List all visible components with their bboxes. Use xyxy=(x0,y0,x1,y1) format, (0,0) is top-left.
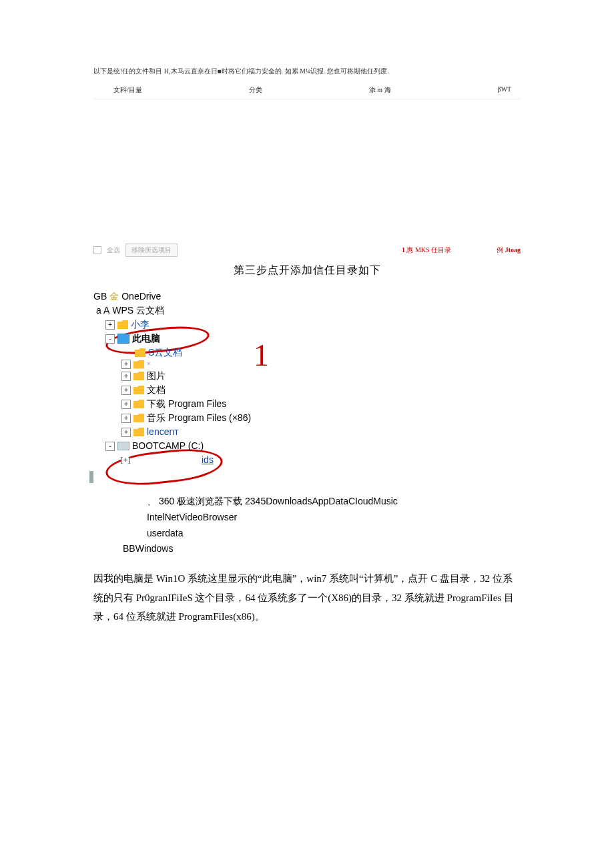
collapse-icon[interactable]: - xyxy=(105,334,115,344)
node-pictures: 图片 xyxy=(147,369,166,383)
cloud-icon: 金 xyxy=(109,290,119,304)
jtoag-link[interactable]: 例 Jtoag xyxy=(497,246,521,255)
node-ids: ids xyxy=(202,453,214,467)
link1-text: 惠 MKS 任目录 xyxy=(406,246,451,254)
link2-prefix: 例 xyxy=(497,246,503,254)
expand-icon[interactable]: + xyxy=(121,386,131,395)
node-this-pc: 此电脑 xyxy=(132,332,160,346)
select-all-label: 全选 xyxy=(107,246,120,255)
col-file: 文科/目量 xyxy=(113,85,142,95)
col-category: 分类 xyxy=(249,85,262,95)
computer-icon xyxy=(117,334,129,344)
explanation-paragraph: 因我的电脑是 Win1O 系统这里显示的“此电脑”，win7 系统叫“计算机”，… xyxy=(93,569,521,626)
node-onedrive: OneDrive xyxy=(121,290,161,304)
col-add: 添 m 海 xyxy=(369,85,391,95)
expand-icon[interactable]: + xyxy=(121,414,131,423)
col-bwt: βWT xyxy=(498,85,512,95)
expand-icon[interactable]: + xyxy=(121,360,131,369)
drive-icon xyxy=(117,442,129,450)
link2-text: Jtoag xyxy=(505,246,521,254)
list-l1: 360 极速浏览器下载 2345DownloadsAppDataCIoudMus… xyxy=(159,496,398,506)
tree-row-music[interactable]: + 音乐 Program Files (×86) xyxy=(121,411,521,425)
node-wps: WPS 云文档 xyxy=(112,304,164,318)
node-pf86: Program Files (×86) xyxy=(168,411,251,425)
folder-icon xyxy=(133,372,144,380)
tree-row-pictures[interactable]: + 图片 xyxy=(121,369,521,383)
tree-row-documents[interactable]: + 文档 xyxy=(121,383,521,397)
folder-icon xyxy=(133,360,144,369)
folder-icon xyxy=(133,414,144,422)
expand-icon[interactable]: + xyxy=(121,400,131,409)
tree-row-wps[interactable]: a A WPS 云文档 xyxy=(96,304,521,318)
node-tencent: lencenт xyxy=(147,425,179,439)
collapse-icon[interactable]: - xyxy=(105,442,115,451)
list-l1-prefix: 、 xyxy=(147,496,156,506)
expand-icon[interactable]: + xyxy=(121,428,131,437)
folder-icon xyxy=(133,428,144,436)
list-line-1: 、 360 极速浏览器下载 2345DownloadsAppDataCIoudM… xyxy=(147,494,521,510)
select-all-checkbox[interactable] xyxy=(93,246,101,254)
folder-name-list: 、 360 极速浏览器下载 2345DownloadsAppDataCIoudM… xyxy=(147,494,521,557)
node-documents: 文档 xyxy=(147,383,166,397)
tree-row-onedrive[interactable]: GB 金 OneDrive xyxy=(93,290,521,304)
folder-tree: 1 GB 金 OneDrive a A WPS 云文档 + 小李 - 此电脑 xyxy=(93,290,521,474)
expand-placeholder: [+] xyxy=(121,456,129,464)
trust-list-table xyxy=(93,99,521,240)
remove-selected-button[interactable]: 移除所选项目 xyxy=(125,244,178,257)
expand-icon[interactable]: + xyxy=(105,320,115,330)
tree-row-blank[interactable]: + × xyxy=(121,360,521,369)
tree-row-ids[interactable]: [+] ids xyxy=(121,453,521,467)
tree-row-bootcamp[interactable]: - BOOTCAMP (C:) xyxy=(105,439,521,453)
node-bootcamp: BOOTCAMP (C:) xyxy=(132,439,204,453)
node-gb: GB xyxy=(93,290,107,304)
folder-icon xyxy=(133,386,144,394)
list-line-4: BBWindows xyxy=(123,541,521,557)
step3-heading: 第三步点开添加信任目录如下 xyxy=(93,264,521,278)
add-trust-dir-link[interactable]: 1 惠 MKS 任目录 xyxy=(402,246,451,255)
node-blank: × xyxy=(147,360,150,369)
folder-icon xyxy=(133,400,144,408)
resize-handle[interactable] xyxy=(89,471,93,483)
node-a: a A xyxy=(96,304,109,318)
tree-row-downloads[interactable]: + 下载 Program Files xyxy=(121,397,521,411)
tree-row-xiaoli[interactable]: + 小李 xyxy=(105,318,521,332)
footer-row: 全选 移除所选项目 1 惠 MKS 任目录 例 Jtoag xyxy=(93,244,521,257)
top-note: 以下是统!任的文件和目 H,木马云直奈在日■时将它们福力安全的. 如累 M¼识报… xyxy=(93,67,521,76)
tree-row-this-pc[interactable]: - 此电脑 xyxy=(105,332,521,346)
expand-icon[interactable]: + xyxy=(121,372,131,381)
tree-row-tencent[interactable]: + lencenт xyxy=(121,425,521,439)
list-line-3: userdata xyxy=(147,526,521,542)
node-pf: Program Files xyxy=(168,397,226,411)
node-music: 音乐 xyxy=(147,411,166,425)
tree-row-wps-sub[interactable]: S云文档 xyxy=(135,346,521,360)
folder-icon xyxy=(135,348,145,357)
node-xiaoli: 小李 xyxy=(131,318,149,332)
node-downloads: 下载 xyxy=(147,397,166,411)
node-wps-sub: S云文档 xyxy=(148,346,182,360)
folder-icon xyxy=(117,320,128,329)
column-headers: 文科/目量 分类 添 m 海 βWT xyxy=(113,85,521,95)
list-line-2: IntelNetVideoBrowser xyxy=(147,510,521,526)
link1-prefix: 1 xyxy=(402,246,405,254)
